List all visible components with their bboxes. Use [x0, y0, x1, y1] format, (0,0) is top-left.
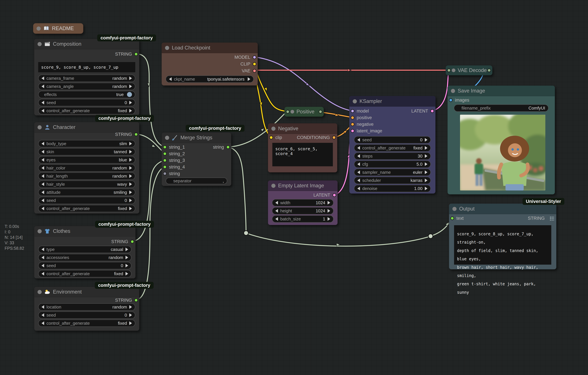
widget-body_type[interactable]: body_typeslim — [38, 140, 135, 147]
conditioning-output-port[interactable] — [332, 136, 336, 139]
node-header[interactable]: Empty Latent Image — [268, 181, 337, 191]
string-input-port[interactable] — [163, 152, 167, 155]
decrement-icon[interactable] — [42, 182, 44, 186]
string-output-port[interactable] — [134, 132, 138, 136]
increment-icon[interactable] — [425, 187, 427, 190]
increment-icon[interactable] — [129, 85, 132, 88]
output-string[interactable]: STRING — [115, 298, 138, 303]
collapse-dot[interactable] — [38, 125, 42, 129]
output-model[interactable]: MODEL — [234, 55, 256, 60]
decrement-icon[interactable] — [42, 248, 44, 251]
node-header[interactable]: Load Checkpoint — [162, 43, 258, 53]
collapse-dot[interactable] — [291, 110, 294, 113]
input-string_2[interactable]: string_2 — [163, 151, 185, 156]
input-latent_image[interactable]: latent_image — [351, 128, 382, 133]
input-string_3[interactable]: string_3 — [163, 158, 185, 163]
string-input-port[interactable] — [163, 165, 167, 169]
node-vae-decode[interactable]: VAE Decode — [446, 65, 493, 75]
prompt-textarea[interactable]: score_6, score_5, score_4 — [272, 143, 333, 166]
increment-icon[interactable] — [129, 101, 132, 104]
decrement-icon[interactable] — [42, 174, 44, 178]
latent-output-port[interactable] — [333, 193, 336, 197]
node-readme[interactable]: README — [33, 23, 83, 34]
vae-output-port[interactable] — [253, 69, 256, 73]
increment-icon[interactable] — [129, 182, 132, 186]
node-empty-latent[interactable]: Empty Latent Image LATENT width1024 heig… — [268, 180, 338, 225]
collapse-dot[interactable] — [165, 136, 169, 140]
latent-input-port[interactable] — [351, 129, 354, 133]
decrement-icon[interactable] — [42, 109, 44, 112]
node-header[interactable]: KSampler — [349, 96, 435, 107]
collapsed-output-port[interactable] — [487, 68, 491, 72]
decrement-icon[interactable] — [42, 256, 44, 259]
input-negative[interactable]: negative — [351, 122, 374, 127]
collapse-dot[interactable] — [452, 207, 457, 211]
preview-image[interactable] — [460, 115, 545, 190]
collapse-dot[interactable] — [353, 99, 357, 103]
increment-icon[interactable] — [129, 190, 132, 194]
node-negative[interactable]: Negative clip CONDITIONING score_6, scor… — [268, 123, 337, 172]
output-string[interactable]: STRING — [115, 132, 138, 137]
widget-cfg[interactable]: cfg5.0 — [354, 161, 431, 168]
decrement-icon[interactable] — [357, 138, 360, 142]
increment-icon[interactable] — [425, 178, 427, 182]
string-output-port[interactable] — [134, 52, 138, 56]
decrement-icon[interactable] — [275, 209, 278, 213]
increment-icon[interactable] — [129, 305, 132, 309]
latent-output-port[interactable] — [430, 109, 434, 113]
decrement-icon[interactable] — [357, 162, 360, 166]
widget-filename_prefix[interactable]: filename_prefix ComfyUI — [454, 104, 548, 112]
decrement-icon[interactable] — [275, 201, 278, 205]
increment-icon[interactable] — [425, 170, 427, 174]
decrement-icon[interactable] — [42, 305, 44, 309]
increment-icon[interactable] — [126, 264, 128, 267]
widget-attitude[interactable]: attitudesmiling — [38, 189, 135, 196]
output-string[interactable]: STRING — [111, 239, 134, 244]
decrement-icon[interactable] — [42, 190, 44, 194]
output-string[interactable]: STRING — [115, 52, 138, 57]
input-model[interactable]: model — [351, 108, 369, 114]
widget-control_after_generate[interactable]: control_after_generatefixed — [38, 270, 131, 277]
decrement-icon[interactable] — [42, 85, 44, 88]
string-input-port[interactable] — [163, 172, 167, 176]
decrement-icon[interactable] — [275, 217, 278, 221]
increment-icon[interactable] — [129, 207, 132, 210]
images-input-port[interactable] — [449, 98, 452, 102]
output-vae[interactable]: VAE — [242, 68, 256, 74]
increment-icon[interactable] — [129, 150, 132, 154]
widget-steps[interactable]: steps30 — [354, 152, 431, 160]
collapse-dot[interactable] — [38, 290, 42, 294]
output-string[interactable]: string — [213, 144, 230, 150]
widget-hair_color[interactable]: hair_colorrandom — [38, 164, 135, 172]
string-output-port[interactable] — [134, 298, 138, 302]
node-graph-canvas[interactable]: T: 0.00s I: 0 N: 14 [14] V: 33 FPS:58.82… — [0, 0, 588, 375]
node-load-checkpoint[interactable]: Load Checkpoint MODEL CLIP VAE ckpt_name… — [162, 43, 258, 86]
widget-type[interactable]: typecasual — [38, 246, 131, 253]
input-positive[interactable]: positive — [351, 115, 372, 120]
decrement-icon[interactable] — [42, 264, 44, 267]
increment-icon[interactable] — [126, 272, 128, 276]
decrement-icon[interactable] — [169, 77, 172, 81]
increment-icon[interactable] — [129, 321, 132, 325]
node-header[interactable]: Output — [449, 204, 556, 214]
clip-input-port[interactable] — [269, 136, 273, 139]
drag-handle-grid-icon[interactable] — [549, 216, 554, 221]
decrement-icon[interactable] — [42, 101, 44, 104]
widget-seed[interactable]: seed 0 — [38, 99, 135, 106]
widget-separator[interactable]: separator , — [166, 177, 227, 184]
model-input-port[interactable] — [351, 109, 354, 113]
increment-icon[interactable] — [129, 174, 132, 178]
decrement-icon[interactable] — [42, 150, 44, 154]
clip-output-port[interactable] — [253, 62, 256, 66]
output-clip[interactable]: CLIP — [241, 61, 256, 67]
decrement-icon[interactable] — [42, 207, 44, 210]
decrement-icon[interactable] — [357, 178, 360, 182]
node-save-image[interactable]: Save Image images filename_prefix ComfyU… — [447, 86, 555, 194]
decrement-icon[interactable] — [42, 142, 44, 145]
widget-ckpt_name[interactable]: ckpt_name tponyai.safetensors — [166, 76, 254, 83]
widget-control_after_generate[interactable]: control_after_generatefixed — [38, 320, 135, 327]
widget-width[interactable]: width1024 — [272, 199, 334, 206]
decrement-icon[interactable] — [357, 154, 360, 158]
string-input-port[interactable] — [451, 216, 454, 220]
string-output-port[interactable] — [226, 145, 230, 149]
